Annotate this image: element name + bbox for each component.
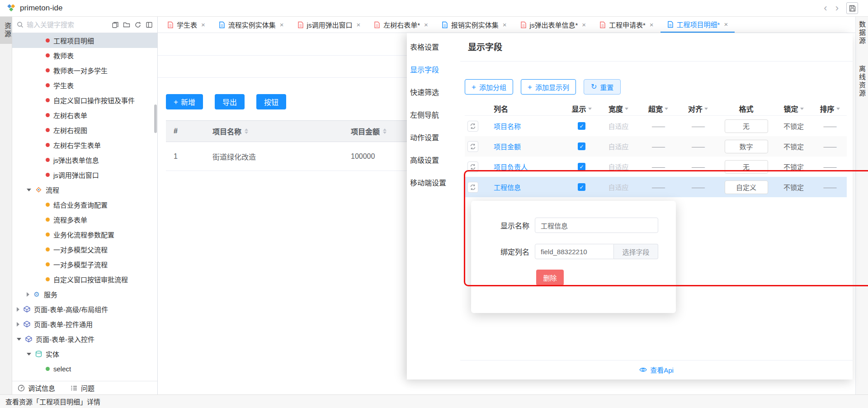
tab-close-icon[interactable]: × <box>582 21 586 28</box>
display-col-header-4[interactable]: 对齐 <box>678 103 718 114</box>
dock-tab-resources[interactable]: 资源 <box>0 17 12 44</box>
overwide-value[interactable]: —— <box>638 183 678 191</box>
visible-checkbox[interactable]: ✓ <box>578 122 585 130</box>
tab-4[interactable]: 报销实例实体集 × <box>435 17 514 33</box>
sync-icon[interactable] <box>467 141 478 152</box>
chevron-down-icon[interactable] <box>800 108 804 110</box>
tree-item-13[interactable]: 业务化流程参数配置 <box>12 227 157 242</box>
display-col-header-3[interactable]: 超宽 <box>638 103 678 114</box>
chevron-down-icon[interactable] <box>27 353 31 356</box>
drawer-menu-item-0[interactable]: 表格设置 <box>407 35 460 58</box>
chevron-down-icon[interactable] <box>27 189 31 191</box>
chevron-right-icon[interactable] <box>17 307 19 312</box>
column-name-link[interactable]: 项目金额 <box>494 142 521 151</box>
add-display-column-button[interactable]: +添加显示列 <box>521 79 576 95</box>
drawer-menu-item-3[interactable]: 左侧导航 <box>407 103 460 126</box>
tab-close-icon[interactable]: × <box>280 21 284 28</box>
drawer-menu-item-5[interactable]: 高级设置 <box>407 148 460 171</box>
collapse-panel-icon[interactable] <box>146 21 153 28</box>
delete-button[interactable]: 删除 <box>536 270 564 285</box>
tree-item-21[interactable]: 实体 <box>12 346 157 361</box>
display-name-input[interactable] <box>535 218 658 233</box>
tree-item-19[interactable]: 页面-表单-控件通用 <box>12 317 157 332</box>
export-button[interactable]: 导出 <box>215 94 245 109</box>
tab-0[interactable]: 学生表 × <box>160 17 212 33</box>
chevron-down-icon[interactable] <box>665 108 668 110</box>
tab-close-icon[interactable]: × <box>201 21 205 28</box>
tree-item-3[interactable]: 学生表 <box>12 78 157 93</box>
lock-value[interactable]: 不锁定 <box>774 162 813 171</box>
tab-close-icon[interactable]: × <box>724 20 728 28</box>
sidebar-scrollbar[interactable] <box>154 104 157 133</box>
reset-button[interactable]: ↻重置 <box>584 79 621 95</box>
chevron-down-icon[interactable] <box>836 108 840 110</box>
lock-value[interactable]: 不锁定 <box>774 121 813 131</box>
tree-item-10[interactable]: 流程 <box>12 182 157 197</box>
debug-info-button[interactable]: 调试信息 <box>18 383 55 393</box>
align-value[interactable]: —— <box>678 142 718 150</box>
tree-item-5[interactable]: 左树右表单 <box>12 108 157 123</box>
align-value[interactable]: —— <box>678 183 718 191</box>
sync-icon[interactable] <box>467 121 478 132</box>
tab-7[interactable]: 工程项目明细* × <box>660 17 735 33</box>
tree-item-7[interactable]: 左树右学生表单 <box>12 138 157 152</box>
tab-6[interactable]: 工程申请表* × <box>593 17 660 33</box>
align-value[interactable]: —— <box>678 122 718 130</box>
custom-button[interactable]: 按钮 <box>256 94 286 109</box>
bind-column-input[interactable] <box>535 244 614 259</box>
width-value[interactable]: 自适应 <box>599 142 638 151</box>
format-button[interactable]: 无 <box>725 160 768 174</box>
column-name-link[interactable]: 项目负责人 <box>494 162 528 171</box>
copy-icon[interactable] <box>112 21 119 28</box>
drawer-menu-item-2[interactable]: 快速筛选 <box>407 81 460 103</box>
tab-close-icon[interactable]: × <box>424 21 428 28</box>
chevron-right-icon[interactable] <box>27 292 29 297</box>
dock-tab-offline-resources[interactable]: 离线资源 <box>857 65 867 98</box>
drawer-menu-item-1[interactable]: 显示字段 <box>407 58 460 81</box>
chevron-down-icon[interactable] <box>625 108 628 110</box>
display-col-header-7[interactable]: 排序 <box>813 103 847 114</box>
lock-value[interactable]: 不锁定 <box>774 182 813 192</box>
col-header-project-name[interactable]: 项目名称 <box>205 126 343 137</box>
tree-item-0[interactable]: 工程项目明细 <box>12 33 157 48</box>
tab-1[interactable]: 流程实例实体集 × <box>212 17 291 33</box>
format-button[interactable]: 无 <box>725 119 768 133</box>
format-button[interactable]: 自定义 <box>725 180 768 194</box>
tree-item-2[interactable]: 教师表一对多学生 <box>12 63 157 78</box>
drawer-menu-item-6[interactable]: 移动端设置 <box>407 171 460 194</box>
lock-value[interactable]: 不锁定 <box>774 142 813 151</box>
chevron-right-icon[interactable] <box>17 322 19 327</box>
sync-icon[interactable] <box>467 161 478 172</box>
tab-close-icon[interactable]: × <box>356 21 360 28</box>
tree-item-16[interactable]: 自定义窗口按钮审批流程 <box>12 272 157 287</box>
add-button[interactable]: +新增 <box>166 94 203 109</box>
column-name-link[interactable]: 工程信息 <box>494 182 521 192</box>
display-col-header-1[interactable]: 显示 <box>565 103 599 114</box>
chevron-down-icon[interactable] <box>704 108 708 110</box>
add-group-button[interactable]: +添加分组 <box>465 79 513 95</box>
chevron-down-icon[interactable] <box>588 108 592 110</box>
nav-back-icon[interactable]: ‹ <box>820 3 831 13</box>
tree-item-12[interactable]: 流程多表单 <box>12 212 157 227</box>
visible-checkbox[interactable]: ✓ <box>578 183 585 191</box>
visible-checkbox[interactable]: ✓ <box>578 142 585 150</box>
tab-3[interactable]: 左树右表单* × <box>367 17 435 33</box>
tab-close-icon[interactable]: × <box>503 21 507 28</box>
overwide-value[interactable]: —— <box>638 142 678 150</box>
drawer-menu-item-4[interactable]: 动作设置 <box>407 126 460 148</box>
width-value[interactable]: 自适应 <box>599 182 638 192</box>
tab-close-icon[interactable]: × <box>650 21 654 28</box>
sort-value[interactable]: —— <box>813 163 847 171</box>
align-value[interactable]: —— <box>678 163 718 171</box>
tree-item-14[interactable]: 一对多模型父流程 <box>12 242 157 257</box>
col-header-project-amount[interactable]: 项目金额 <box>343 126 407 137</box>
tree-item-4[interactable]: 自定义窗口操作按钮及事件 <box>12 93 157 108</box>
tree-item-6[interactable]: 左树右视图 <box>12 123 157 138</box>
tree-item-17[interactable]: ⚙服务 <box>12 287 157 302</box>
sort-value[interactable]: —— <box>813 183 847 191</box>
folder-icon[interactable] <box>123 21 130 28</box>
display-col-header-2[interactable]: 宽度 <box>599 103 638 114</box>
width-value[interactable]: 自适应 <box>599 121 638 131</box>
overwide-value[interactable]: —— <box>638 163 678 171</box>
column-name-link[interactable]: 项目名称 <box>494 121 521 131</box>
